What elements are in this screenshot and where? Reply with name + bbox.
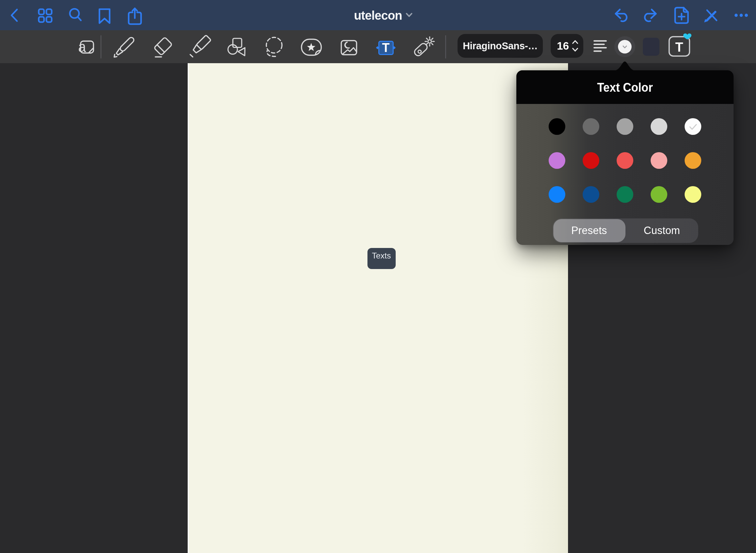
svg-text:a: a <box>78 38 86 55</box>
svg-text:T: T <box>382 41 390 55</box>
svg-text:T: T <box>675 40 683 54</box>
